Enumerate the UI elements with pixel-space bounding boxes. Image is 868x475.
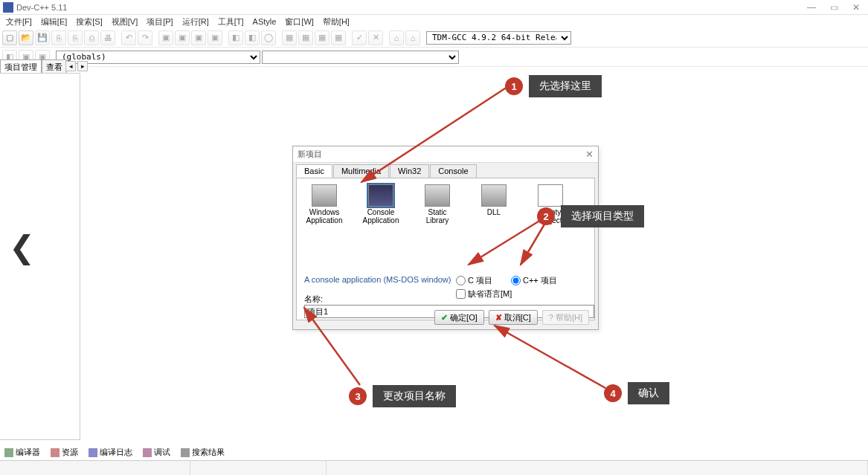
callout-2: 2 选择项目类型 xyxy=(537,205,644,227)
new-file-button[interactable]: ▢ xyxy=(2,30,17,45)
undo-button[interactable]: ↶ xyxy=(121,30,136,45)
run-button[interactable]: ▣ xyxy=(175,30,190,45)
compile-run-button[interactable]: ▣ xyxy=(191,30,206,45)
print-button[interactable]: 🖶 xyxy=(100,30,115,45)
checkbox-default-label: 缺省语言[M] xyxy=(468,288,512,300)
bottom-tab-debug-label: 调试 xyxy=(154,447,170,458)
callout-2-text: 选择项目类型 xyxy=(561,205,644,227)
save-as-button[interactable]: ⎘ xyxy=(68,30,83,45)
resource-icon xyxy=(51,448,60,457)
menu-run[interactable]: 运行[R] xyxy=(178,15,213,29)
menu-help[interactable]: 帮助[H] xyxy=(318,15,354,29)
question-icon: ? xyxy=(549,313,553,322)
checkbox-default-input[interactable] xyxy=(456,289,466,299)
bottom-tabs: 编译器 资源 编译日志 调试 搜索结果 xyxy=(1,446,228,459)
svg-line-4 xyxy=(495,326,605,388)
menu-astyle[interactable]: AStyle xyxy=(248,16,281,28)
menu-file[interactable]: 文件[F] xyxy=(1,15,36,29)
radio-cpp-project[interactable]: C++ 项目 xyxy=(511,275,557,286)
dialog-tabs: Basic Multimedia Win32 Console xyxy=(293,163,598,178)
type-static-library[interactable]: Static Library xyxy=(416,184,459,224)
type-windows-application[interactable]: Windows Application xyxy=(303,184,346,224)
type-label: Console Application xyxy=(359,208,402,224)
compiler-icon xyxy=(4,448,13,457)
bottom-tab-compile-log-label: 编译日志 xyxy=(100,447,132,458)
nav-left-button[interactable]: ◂ xyxy=(65,61,76,71)
menu-search[interactable]: 搜索[S] xyxy=(71,15,106,29)
empty-project-icon xyxy=(538,184,563,207)
radio-c-input[interactable] xyxy=(456,276,466,285)
dialog-close-icon[interactable]: ✕ xyxy=(585,149,594,160)
tab-win32[interactable]: Win32 xyxy=(390,164,429,178)
bottom-tab-resource-label: 资源 xyxy=(62,447,78,458)
nav-right-button[interactable]: ▸ xyxy=(77,61,88,71)
tab-console[interactable]: Console xyxy=(430,164,476,178)
menu-project[interactable]: 项目[P] xyxy=(142,15,177,29)
toolbar-row-2: ◧ ▣ ▣ (globals) xyxy=(0,48,868,67)
close-button[interactable]: ✕ xyxy=(852,3,861,12)
cancel-button[interactable]: ✘ 取消[C] xyxy=(489,310,538,325)
callout-3: 3 更改项目名称 xyxy=(349,385,456,407)
callout-4-text: 确认 xyxy=(628,382,669,404)
bottom-tab-search-result[interactable]: 搜索结果 xyxy=(178,446,228,459)
misc1-button[interactable]: ⌂ xyxy=(389,30,404,45)
menu-tools[interactable]: 工具[T] xyxy=(213,15,248,29)
help-label: 帮助[H] xyxy=(556,312,582,323)
tab-basic[interactable]: Basic xyxy=(296,164,332,178)
maximize-button[interactable]: ▭ xyxy=(829,3,838,12)
cancel-x-button[interactable]: ✕ xyxy=(368,30,383,45)
callout-3-text: 更改项目名称 xyxy=(373,385,456,407)
radio-cpp-input[interactable] xyxy=(511,276,521,285)
bottom-tab-compiler[interactable]: 编译器 xyxy=(1,446,43,459)
checkbox-default-language[interactable]: 缺省语言[M] xyxy=(456,288,512,300)
windows-app-icon xyxy=(312,184,337,207)
bottom-tab-resource[interactable]: 资源 xyxy=(48,446,81,459)
static-lib-icon xyxy=(425,184,450,207)
new-project-dialog: 新项目 ✕ Basic Multimedia Win32 Console Win… xyxy=(292,146,599,330)
menubar: 文件[F] 编辑[E] 搜索[S] 视图[V] 项目[P] 运行[R] 工具[T… xyxy=(0,15,868,28)
app-icon xyxy=(3,2,13,13)
grid3-button[interactable]: ▦ xyxy=(315,30,329,45)
callout-1: 1 先选择这里 xyxy=(505,75,602,97)
badge-3: 3 xyxy=(349,387,367,405)
open-button[interactable]: 📂 xyxy=(19,30,33,45)
type-dll[interactable]: DLL xyxy=(472,184,515,224)
grid4-button[interactable]: ▦ xyxy=(331,30,346,45)
status-cell-2 xyxy=(190,461,327,475)
ok-button[interactable]: ✔ 确定[O] xyxy=(434,310,484,325)
dialog-titlebar: 新项目 ✕ xyxy=(293,146,598,163)
callout-4: 4 确认 xyxy=(604,382,669,404)
minimize-button[interactable]: — xyxy=(807,3,816,12)
console-app-icon xyxy=(368,184,393,207)
help-button[interactable]: ? 帮助[H] xyxy=(542,310,589,325)
type-console-application[interactable]: Console Application xyxy=(359,184,402,224)
menu-window[interactable]: 窗口[W] xyxy=(280,15,318,29)
redo-button[interactable]: ↷ xyxy=(138,30,152,45)
radio-c-project[interactable]: C 项目 xyxy=(456,275,492,286)
tab-multimedia[interactable]: Multimedia xyxy=(333,164,389,178)
compiler-select[interactable]: TDM-GCC 4.9.2 64-bit Release xyxy=(426,31,571,45)
check-button[interactable]: ✓ xyxy=(352,30,367,45)
misc2-button[interactable]: ⌂ xyxy=(405,30,420,45)
menu-view[interactable]: 视图[V] xyxy=(107,15,142,29)
radio-c-label: C 项目 xyxy=(468,275,492,286)
prev-chevron-icon[interactable]: ❮ xyxy=(9,229,35,265)
stop-button[interactable]: ◧ xyxy=(245,30,260,45)
menu-edit[interactable]: 编辑[E] xyxy=(36,15,71,29)
dialog-body: Windows Application Console Application … xyxy=(296,178,595,320)
symbol-select[interactable] xyxy=(262,51,459,64)
profile-button[interactable]: ◯ xyxy=(261,30,276,45)
radio-cpp-label: C++ 项目 xyxy=(523,275,557,286)
debug-button[interactable]: ◧ xyxy=(228,30,243,45)
grid2-button[interactable]: ▦ xyxy=(298,30,313,45)
save-button[interactable]: 💾 xyxy=(35,30,50,45)
bottom-tab-compile-log[interactable]: 编译日志 xyxy=(86,446,135,459)
status-cell-1 xyxy=(0,461,190,475)
dll-icon xyxy=(481,184,507,207)
close-file-button[interactable]: ⎙ xyxy=(84,30,99,45)
bottom-tab-debug[interactable]: 调试 xyxy=(140,446,173,459)
save-all-button[interactable]: ⎘ xyxy=(51,30,66,45)
rebuild-button[interactable]: ▣ xyxy=(208,30,222,45)
grid1-button[interactable]: ▦ xyxy=(282,30,297,45)
compile-button[interactable]: ▣ xyxy=(158,30,173,45)
